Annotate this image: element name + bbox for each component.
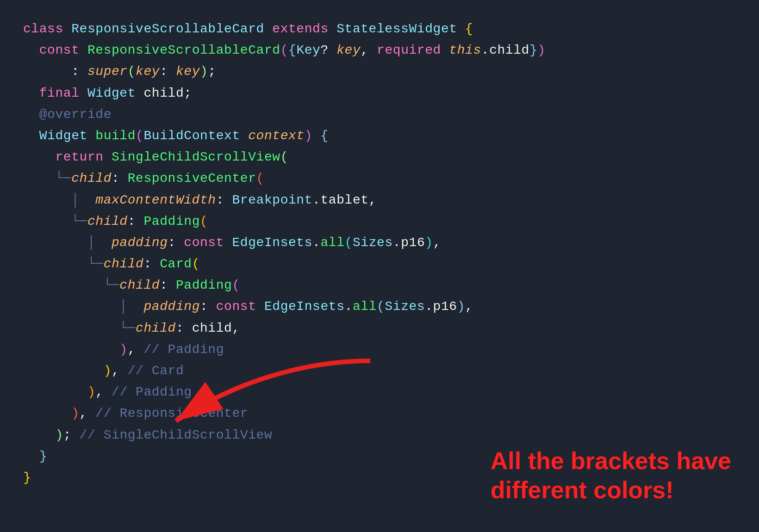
- code-line-19: ), // ResponsiveCenter: [23, 403, 736, 424]
- code-line-13: └─child: Padding(: [23, 275, 736, 296]
- code-line-15: └─child: child,: [23, 318, 736, 339]
- code-line-2: const ResponsiveScrollableCard({Key? key…: [23, 40, 736, 61]
- code-line-7: return SingleChildScrollView(: [23, 147, 736, 168]
- code-line-11: │ padding: const EdgeInsets.all(Sizes.p1…: [23, 232, 736, 254]
- annotation-line2: different colors!: [491, 476, 674, 503]
- code-line-4: final Widget child;: [23, 83, 736, 104]
- code-line-17: ), // Card: [23, 360, 736, 382]
- annotation-text: All the brackets have different colors!: [491, 446, 731, 504]
- code-line-14: │ padding: const EdgeInsets.all(Sizes.p1…: [23, 296, 736, 317]
- code-line-16: ), // Padding: [23, 339, 736, 360]
- annotation-line1: All the brackets have: [491, 447, 731, 474]
- keyword-class: class: [23, 19, 71, 40]
- code-block: class ResponsiveScrollableCard extends S…: [0, 0, 759, 507]
- code-line-1: class ResponsiveScrollableCard extends S…: [23, 19, 736, 40]
- code-line-5: @override: [23, 104, 736, 125]
- code-line-6: Widget build(BuildContext context) {: [23, 125, 736, 147]
- code-line-18: ), // Padding: [23, 382, 736, 403]
- code-line-12: └─child: Card(: [23, 254, 736, 275]
- code-line-9: │ maxContentWidth: Breakpoint.tablet,: [23, 190, 736, 211]
- code-line-8: └─child: ResponsiveCenter(: [23, 168, 736, 189]
- code-line-20: ); // SingleChildScrollView: [23, 425, 736, 446]
- code-line-10: └─child: Padding(: [23, 211, 736, 232]
- code-line-3: : super(key: key);: [23, 61, 736, 82]
